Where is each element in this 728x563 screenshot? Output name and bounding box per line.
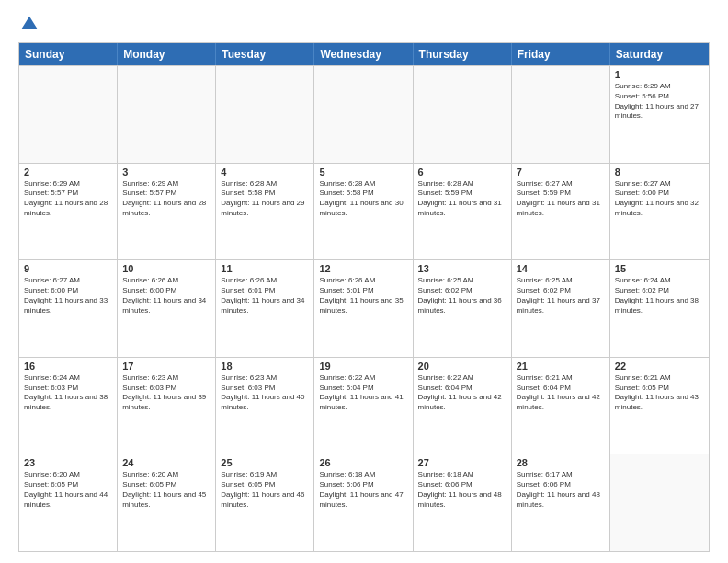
calendar-cell <box>216 66 314 163</box>
calendar: SundayMondayTuesdayWednesdayThursdayFrid… <box>18 42 710 552</box>
calendar-cell: 18Sunrise: 6:23 AM Sunset: 6:03 PM Dayli… <box>216 358 314 454</box>
cell-text: Sunrise: 6:21 AM Sunset: 6:05 PM Dayligh… <box>615 373 704 413</box>
calendar-header-cell: Wednesday <box>314 43 413 65</box>
calendar-header-cell: Tuesday <box>216 43 314 65</box>
calendar-cell: 13Sunrise: 6:25 AM Sunset: 6:02 PM Dayli… <box>414 260 512 357</box>
calendar-header-cell: Thursday <box>414 43 512 65</box>
calendar-cell: 16Sunrise: 6:24 AM Sunset: 6:03 PM Dayli… <box>19 358 118 454</box>
day-number: 17 <box>122 361 210 372</box>
day-number: 25 <box>221 457 309 468</box>
cell-text: Sunrise: 6:18 AM Sunset: 6:06 PM Dayligh… <box>319 470 407 510</box>
cell-text: Sunrise: 6:25 AM Sunset: 6:02 PM Dayligh… <box>517 276 605 316</box>
header <box>18 15 710 33</box>
calendar-row: 1Sunrise: 6:29 AM Sunset: 5:56 PM Daylig… <box>19 65 709 163</box>
calendar-cell: 24Sunrise: 6:20 AM Sunset: 6:05 PM Dayli… <box>118 454 216 551</box>
calendar-cell: 14Sunrise: 6:25 AM Sunset: 6:02 PM Dayli… <box>512 260 610 357</box>
cell-text: Sunrise: 6:28 AM Sunset: 5:59 PM Dayligh… <box>418 179 506 219</box>
calendar-cell: 8Sunrise: 6:27 AM Sunset: 6:00 PM Daylig… <box>610 164 709 260</box>
calendar-row: 2Sunrise: 6:29 AM Sunset: 5:57 PM Daylig… <box>19 163 709 260</box>
calendar-cell: 7Sunrise: 6:27 AM Sunset: 5:59 PM Daylig… <box>512 164 610 260</box>
calendar-cell: 10Sunrise: 6:26 AM Sunset: 6:00 PM Dayli… <box>118 260 216 357</box>
calendar-cell: 15Sunrise: 6:24 AM Sunset: 6:02 PM Dayli… <box>610 260 709 357</box>
calendar-cell: 23Sunrise: 6:20 AM Sunset: 6:05 PM Dayli… <box>19 454 118 551</box>
calendar-cell: 12Sunrise: 6:26 AM Sunset: 6:01 PM Dayli… <box>314 260 413 357</box>
cell-text: Sunrise: 6:23 AM Sunset: 6:03 PM Dayligh… <box>221 373 309 413</box>
day-number: 27 <box>418 457 506 468</box>
calendar-cell: 26Sunrise: 6:18 AM Sunset: 6:06 PM Dayli… <box>314 454 413 551</box>
cell-text: Sunrise: 6:20 AM Sunset: 6:05 PM Dayligh… <box>122 470 210 510</box>
calendar-header-cell: Monday <box>118 43 216 65</box>
cell-text: Sunrise: 6:26 AM Sunset: 6:00 PM Dayligh… <box>122 276 210 316</box>
day-number: 23 <box>24 457 112 468</box>
page: SundayMondayTuesdayWednesdayThursdayFrid… <box>0 0 728 563</box>
day-number: 15 <box>615 263 704 274</box>
cell-text: Sunrise: 6:20 AM Sunset: 6:05 PM Dayligh… <box>24 470 112 510</box>
calendar-cell: 6Sunrise: 6:28 AM Sunset: 5:59 PM Daylig… <box>414 164 512 260</box>
calendar-row: 23Sunrise: 6:20 AM Sunset: 6:05 PM Dayli… <box>19 454 709 551</box>
cell-text: Sunrise: 6:22 AM Sunset: 6:04 PM Dayligh… <box>319 373 407 413</box>
cell-text: Sunrise: 6:24 AM Sunset: 6:02 PM Dayligh… <box>615 276 704 316</box>
calendar-cell: 9Sunrise: 6:27 AM Sunset: 6:00 PM Daylig… <box>19 260 118 357</box>
day-number: 6 <box>418 167 506 178</box>
cell-text: Sunrise: 6:28 AM Sunset: 5:58 PM Dayligh… <box>221 179 309 219</box>
day-number: 4 <box>221 167 309 178</box>
cell-text: Sunrise: 6:29 AM Sunset: 5:57 PM Dayligh… <box>122 179 210 219</box>
cell-text: Sunrise: 6:27 AM Sunset: 6:00 PM Dayligh… <box>615 179 704 219</box>
day-number: 26 <box>319 457 407 468</box>
day-number: 2 <box>24 167 112 178</box>
calendar-header-row: SundayMondayTuesdayWednesdayThursdayFrid… <box>19 43 709 65</box>
cell-text: Sunrise: 6:27 AM Sunset: 6:00 PM Dayligh… <box>24 276 112 316</box>
cell-text: Sunrise: 6:21 AM Sunset: 6:04 PM Dayligh… <box>517 373 605 413</box>
svg-marker-0 <box>22 17 38 29</box>
day-number: 11 <box>221 263 309 274</box>
day-number: 7 <box>517 167 605 178</box>
cell-text: Sunrise: 6:18 AM Sunset: 6:06 PM Dayligh… <box>418 470 506 510</box>
cell-text: Sunrise: 6:24 AM Sunset: 6:03 PM Dayligh… <box>24 373 112 413</box>
day-number: 20 <box>418 361 506 372</box>
day-number: 24 <box>122 457 210 468</box>
calendar-header-cell: Friday <box>512 43 610 65</box>
cell-text: Sunrise: 6:26 AM Sunset: 6:01 PM Dayligh… <box>221 276 309 316</box>
cell-text: Sunrise: 6:17 AM Sunset: 6:06 PM Dayligh… <box>517 470 605 510</box>
day-number: 14 <box>517 263 605 274</box>
calendar-header-cell: Saturday <box>610 43 709 65</box>
cell-text: Sunrise: 6:29 AM Sunset: 5:56 PM Dayligh… <box>615 82 704 121</box>
day-number: 18 <box>221 361 309 372</box>
calendar-cell <box>118 66 216 163</box>
day-number: 13 <box>418 263 506 274</box>
calendar-row: 9Sunrise: 6:27 AM Sunset: 6:00 PM Daylig… <box>19 259 709 357</box>
cell-text: Sunrise: 6:19 AM Sunset: 6:05 PM Dayligh… <box>221 470 309 510</box>
day-number: 5 <box>319 167 407 178</box>
cell-text: Sunrise: 6:26 AM Sunset: 6:01 PM Dayligh… <box>319 276 407 316</box>
day-number: 1 <box>615 69 704 80</box>
cell-text: Sunrise: 6:28 AM Sunset: 5:58 PM Dayligh… <box>319 179 407 219</box>
calendar-cell: 3Sunrise: 6:29 AM Sunset: 5:57 PM Daylig… <box>118 164 216 260</box>
calendar-cell <box>19 66 118 163</box>
calendar-cell <box>610 454 709 551</box>
calendar-cell <box>314 66 413 163</box>
cell-text: Sunrise: 6:23 AM Sunset: 6:03 PM Dayligh… <box>122 373 210 413</box>
day-number: 19 <box>319 361 407 372</box>
calendar-cell: 28Sunrise: 6:17 AM Sunset: 6:06 PM Dayli… <box>512 454 610 551</box>
cell-text: Sunrise: 6:22 AM Sunset: 6:04 PM Dayligh… <box>418 373 506 413</box>
calendar-cell: 21Sunrise: 6:21 AM Sunset: 6:04 PM Dayli… <box>512 358 610 454</box>
logo-icon <box>20 15 39 33</box>
calendar-cell: 2Sunrise: 6:29 AM Sunset: 5:57 PM Daylig… <box>19 164 118 260</box>
calendar-cell: 11Sunrise: 6:26 AM Sunset: 6:01 PM Dayli… <box>216 260 314 357</box>
day-number: 12 <box>319 263 407 274</box>
calendar-cell: 27Sunrise: 6:18 AM Sunset: 6:06 PM Dayli… <box>414 454 512 551</box>
day-number: 22 <box>615 361 704 372</box>
calendar-cell: 1Sunrise: 6:29 AM Sunset: 5:56 PM Daylig… <box>610 66 709 163</box>
calendar-cell: 17Sunrise: 6:23 AM Sunset: 6:03 PM Dayli… <box>118 358 216 454</box>
day-number: 28 <box>517 457 605 468</box>
calendar-body: 1Sunrise: 6:29 AM Sunset: 5:56 PM Daylig… <box>19 65 709 551</box>
calendar-cell: 5Sunrise: 6:28 AM Sunset: 5:58 PM Daylig… <box>314 164 413 260</box>
calendar-cell: 4Sunrise: 6:28 AM Sunset: 5:58 PM Daylig… <box>216 164 314 260</box>
cell-text: Sunrise: 6:29 AM Sunset: 5:57 PM Dayligh… <box>24 179 112 219</box>
day-number: 3 <box>122 167 210 178</box>
cell-text: Sunrise: 6:27 AM Sunset: 5:59 PM Dayligh… <box>517 179 605 219</box>
day-number: 21 <box>517 361 605 372</box>
calendar-cell: 19Sunrise: 6:22 AM Sunset: 6:04 PM Dayli… <box>314 358 413 454</box>
calendar-cell: 20Sunrise: 6:22 AM Sunset: 6:04 PM Dayli… <box>414 358 512 454</box>
day-number: 16 <box>24 361 112 372</box>
